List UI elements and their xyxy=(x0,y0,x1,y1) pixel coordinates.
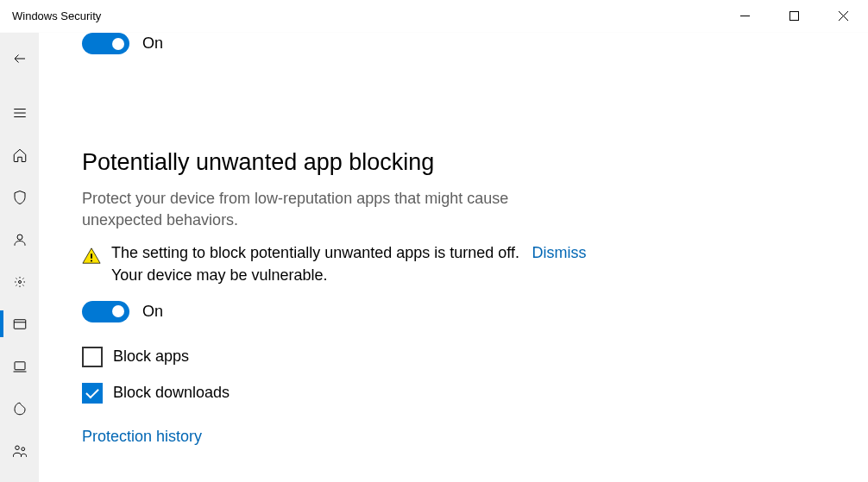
svg-point-14 xyxy=(21,447,24,450)
hamburger-menu[interactable] xyxy=(0,91,39,134)
svg-rect-1 xyxy=(790,12,799,21)
sidebar xyxy=(0,33,39,482)
pua-warning-line2: Your device may be vulnerable. xyxy=(111,266,328,284)
svg-point-16 xyxy=(91,260,92,262)
block-apps-label: Block apps xyxy=(113,347,189,366)
pua-toggle[interactable] xyxy=(82,301,129,322)
sidebar-item-virus[interactable] xyxy=(0,176,39,218)
svg-point-7 xyxy=(17,235,22,240)
sidebar-item-firewall[interactable] xyxy=(0,260,39,303)
smartscreen-apps-toggle-row: On xyxy=(82,33,163,54)
pua-warning-line1: The setting to block potentially unwante… xyxy=(111,244,519,261)
svg-point-13 xyxy=(15,446,19,450)
shield-icon xyxy=(12,190,28,205)
svg-point-8 xyxy=(18,280,21,283)
sidebar-item-performance[interactable] xyxy=(0,387,39,429)
close-icon xyxy=(839,11,848,21)
family-icon xyxy=(12,443,28,459)
maximize-button[interactable] xyxy=(770,0,819,32)
block-apps-row: Block apps xyxy=(82,347,825,367)
titlebar: Windows Security xyxy=(0,0,868,33)
pua-toggle-label: On xyxy=(142,303,163,321)
home-icon xyxy=(12,147,28,163)
sidebar-item-account[interactable] xyxy=(0,218,39,260)
pua-section-desc: Protect your device from low-reputation … xyxy=(82,188,565,231)
firewall-icon xyxy=(12,274,28,290)
window-title: Windows Security xyxy=(12,9,101,22)
smartscreen-apps-toggle[interactable] xyxy=(82,33,129,54)
smartscreen-apps-toggle-label: On xyxy=(142,34,163,53)
protection-history-link[interactable]: Protection history xyxy=(82,428,202,446)
close-button[interactable] xyxy=(819,0,868,32)
svg-rect-9 xyxy=(14,319,26,329)
block-apps-checkbox[interactable] xyxy=(82,347,103,367)
account-icon xyxy=(12,232,28,247)
svg-rect-11 xyxy=(15,361,25,369)
pua-dismiss-link[interactable]: Dismiss xyxy=(531,244,586,261)
sidebar-item-appbrowser[interactable] xyxy=(0,303,39,345)
hamburger-icon xyxy=(12,105,28,121)
minimize-button[interactable] xyxy=(720,0,770,32)
device-security-icon xyxy=(12,359,28,374)
minimize-icon xyxy=(740,11,750,21)
pua-toggle-row: On xyxy=(82,301,825,322)
content-area: On Potentially unwanted app blocking Pro… xyxy=(39,33,868,482)
sidebar-item-device[interactable] xyxy=(0,345,39,387)
maximize-icon xyxy=(789,11,799,21)
warning-icon xyxy=(82,247,101,266)
block-downloads-label: Block downloads xyxy=(113,384,230,402)
performance-icon xyxy=(12,401,28,416)
block-downloads-row: Block downloads xyxy=(82,383,825,404)
sidebar-item-family[interactable] xyxy=(0,429,39,472)
back-arrow-icon xyxy=(12,51,28,66)
block-downloads-checkbox[interactable] xyxy=(82,383,103,404)
pua-warning: The setting to block potentially unwante… xyxy=(82,241,669,286)
window-controls xyxy=(720,0,868,32)
app-browser-icon xyxy=(12,316,28,332)
back-button[interactable] xyxy=(0,41,39,76)
sidebar-item-home[interactable] xyxy=(0,134,39,176)
pua-section-title: Potentially unwanted app blocking xyxy=(82,149,825,176)
